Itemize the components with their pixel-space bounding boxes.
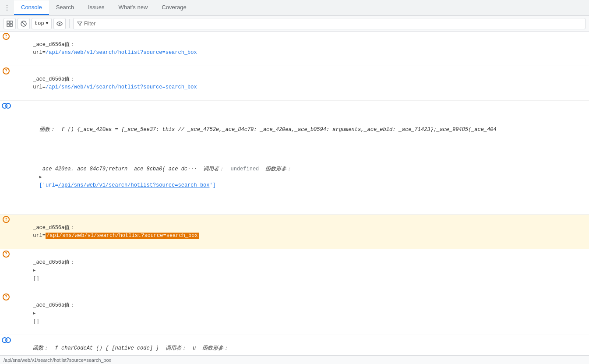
eye-icon — [56, 21, 63, 27]
row-content: _ace_d656a值： url=/api/sns/web/v1/search/… — [12, 32, 587, 65]
filter-input[interactable] — [84, 21, 582, 27]
clear-console-button[interactable] — [18, 18, 30, 29]
tab-coverage[interactable]: Coverage — [155, 0, 193, 15]
row-url: /api/sns/web/v1/search/hotlist?source=se… — [46, 49, 197, 56]
context-label: top — [35, 21, 44, 27]
row-icon-warning: ? — [0, 216, 12, 223]
row-content: _ace_d656a值： url=/api/sns/web/v1/search/… — [12, 67, 587, 99]
row-label: _ace_d656a值： — [33, 42, 81, 48]
row-icon-warning: ? — [0, 293, 12, 300]
status-url: /api/sns/web/v1/search/hotlist?source=se… — [4, 357, 111, 363]
console-row-function: 函数： f () {_ace_420ea = {_ace_5ee37: this… — [0, 101, 589, 215]
tab-bar: ⋮ Console Search Issues What's new Cover… — [0, 0, 589, 16]
row-icon-double — [0, 336, 12, 343]
svg-rect-2 — [7, 24, 9, 26]
console-row: ? _ace_d656a值： url=/api/sns/web/v1/searc… — [0, 32, 589, 66]
svg-rect-1 — [10, 21, 12, 23]
toolbar: top ▼ — [0, 16, 589, 32]
function-line1: 函数： f () {_ace_420ea = {_ace_5ee37: this… — [14, 118, 585, 141]
expand-arrow[interactable]: ▶ — [39, 175, 42, 180]
row-url-pre: url= — [33, 84, 46, 90]
svg-rect-3 — [10, 24, 12, 26]
status-bar: /api/sns/web/v1/search/hotlist?source=se… — [0, 355, 589, 364]
svg-point-7 — [59, 23, 60, 25]
row-url-pre: url= — [33, 49, 46, 56]
console-row: ? _ace_d656a值： ▶ [] — [0, 249, 589, 292]
row-content: _ace_d656a值： ▶ [] — [12, 293, 587, 334]
expand-arrow[interactable]: ▶ — [33, 311, 35, 316]
tab-whatsnew[interactable]: What's new — [111, 0, 155, 15]
row-url: /api/sns/web/v1/search/hotlist?source=se… — [46, 84, 197, 90]
charcode-rows-container: 函数： f charCodeAt () { [native code] } 调用… — [0, 335, 589, 355]
row-icon-warning: ? — [0, 67, 12, 74]
filter-area[interactable] — [73, 18, 585, 29]
row-label: _ace_d656a值： — [33, 225, 81, 231]
row-content: _ace_d656a值： ▶ [] — [12, 250, 587, 291]
row-url-highlighted: /api/sns/web/v1/search/hotlist?source=se… — [46, 233, 199, 239]
row-value: [] — [33, 276, 39, 282]
console-row: ? _ace_d656a值： url=/api/sns/web/v1/searc… — [0, 66, 589, 101]
row-icon-warning: ? — [0, 250, 12, 258]
row-url-pre: url= — [33, 233, 46, 239]
svg-rect-0 — [7, 21, 9, 23]
expand-arrow[interactable]: ▶ — [33, 268, 35, 273]
drag-handle: ⋮ — [4, 4, 11, 12]
charcode-func: 函数： f charCodeAt () { [native code] } 调用… — [33, 345, 235, 351]
filter-icon — [77, 21, 82, 26]
inspect-icon — [7, 21, 13, 27]
console-row-highlighted: ? _ace_d656a值： url=/api/sns/web/v1/searc… — [0, 215, 589, 249]
tab-issues[interactable]: Issues — [81, 0, 112, 15]
row-label: _ace_d656a值： — [33, 259, 81, 265]
row-value: [] — [33, 318, 39, 325]
console-row-charcode: 函数： f charCodeAt () { [native code] } 调用… — [0, 335, 589, 355]
svg-line-5 — [22, 21, 26, 25]
row-icon-warning: ? — [0, 32, 12, 40]
inspect-element-button[interactable] — [4, 18, 16, 29]
live-expressions-button[interactable] — [53, 18, 66, 29]
row-content-function: 函数： f () {_ace_420ea = {_ace_5ee37: this… — [12, 102, 587, 213]
row-label: _ace_d656a值： — [33, 76, 81, 82]
function-line2: _ace_420ea._ace_84c79;return _ace_8cba0(… — [14, 157, 585, 197]
context-selector[interactable]: top ▼ — [32, 18, 52, 29]
tab-console[interactable]: Console — [14, 0, 49, 15]
console-row: ? _ace_d656a值： ▶ [] — [0, 292, 589, 335]
row-icon-double — [0, 102, 12, 109]
row-content: _ace_d656a值： url=/api/sns/web/v1/search/… — [12, 216, 587, 248]
toolbar-separator — [69, 19, 70, 28]
tab-search[interactable]: Search — [49, 0, 81, 15]
console-output: ? _ace_d656a值： url=/api/sns/web/v1/searc… — [0, 32, 589, 355]
row-content-charcode: 函数： f charCodeAt () { [native code] } 调用… — [12, 336, 587, 355]
function-args: ['url=/api/sns/web/v1/search/hotlist?sou… — [39, 182, 216, 188]
chevron-down-icon: ▼ — [46, 21, 49, 26]
clear-icon — [21, 21, 27, 27]
row-label: _ace_d656a值： — [33, 302, 81, 308]
